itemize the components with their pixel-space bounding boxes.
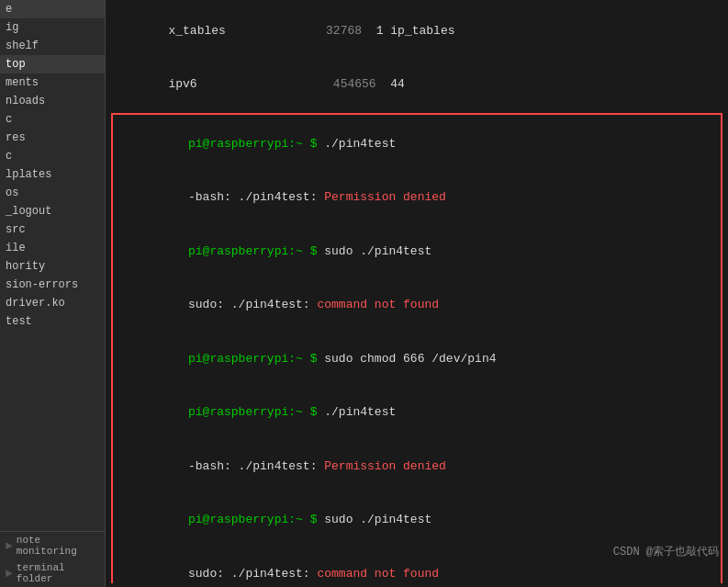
sidebar-item-ile[interactable]: ile xyxy=(0,239,105,257)
sidebar-item-driver[interactable]: driver.ko xyxy=(0,294,105,312)
sidebar-item-lplates[interactable]: lplates xyxy=(0,165,105,184)
line-b1-6: pi@raspberrypi:~ $ ./pin4test xyxy=(117,386,717,440)
sidebar-item-os[interactable]: os xyxy=(0,184,105,202)
sidebar-item-ments[interactable]: ments xyxy=(0,73,105,92)
sidebar-item-test[interactable]: test xyxy=(0,312,105,331)
line-b1-8: pi@raspberrypi:~ $ sudo ./pin4test xyxy=(117,493,717,547)
sidebar-bottom-folder[interactable]: terminal folder xyxy=(17,562,99,584)
line-b1-3: pi@raspberrypi:~ $ sudo ./pin4test xyxy=(117,224,717,278)
sidebar-item-c2[interactable]: c xyxy=(0,147,105,165)
sidebar-item-src[interactable]: src xyxy=(0,220,105,239)
line-b1-5: pi@raspberrypi:~ $ sudo chmod 666 /dev/p… xyxy=(117,332,717,386)
line-xtables: x_tables 32768 1 ip_tables xyxy=(111,4,722,58)
sidebar-item-res[interactable]: res xyxy=(0,129,105,147)
sidebar-item-top[interactable]: top xyxy=(0,55,105,73)
sidebar-bottom: ► note monitoring ► terminal folder xyxy=(0,531,105,587)
sidebar-item-c1[interactable]: c xyxy=(0,110,105,129)
line-b1-4: sudo: ./pin4test: command not found xyxy=(117,278,717,333)
terminal[interactable]: x_tables 32768 1 ip_tables ipv6 454656 4… xyxy=(106,0,728,587)
sidebar-bottom-monitoring[interactable]: note monitoring xyxy=(17,535,99,557)
terminal-content: x_tables 32768 1 ip_tables ipv6 454656 4… xyxy=(111,4,722,583)
sidebar: e ig shelf top ments nloads c res c lpla… xyxy=(0,0,106,587)
sidebar-item-e[interactable]: e xyxy=(0,0,105,18)
sidebar-item-shelf[interactable]: shelf xyxy=(0,37,105,55)
watermark: CSDN @索子也敲代码 xyxy=(613,544,719,559)
sidebar-item-logout[interactable]: _logout xyxy=(0,202,105,220)
sidebar-item-sion-errors[interactable]: sion-errors xyxy=(0,276,105,294)
sidebar-item-ig[interactable]: ig xyxy=(0,18,105,37)
sidebar-item-hority[interactable]: hority xyxy=(0,257,105,276)
highlight-box-1: pi@raspberrypi:~ $ ./pin4test -bash: ./p… xyxy=(111,113,722,583)
sidebar-item-nloads[interactable]: nloads xyxy=(0,92,105,110)
line-ipv6: ipv6 454656 44 xyxy=(111,58,722,112)
line-b1-7: -bash: ./pin4test: Permission denied xyxy=(117,439,717,493)
line-b1-2: -bash: ./pin4test: Permission denied xyxy=(117,171,717,225)
main-area: x_tables 32768 1 ip_tables ipv6 454656 4… xyxy=(106,0,728,587)
line-b1-1: pi@raspberrypi:~ $ ./pin4test xyxy=(117,117,717,171)
